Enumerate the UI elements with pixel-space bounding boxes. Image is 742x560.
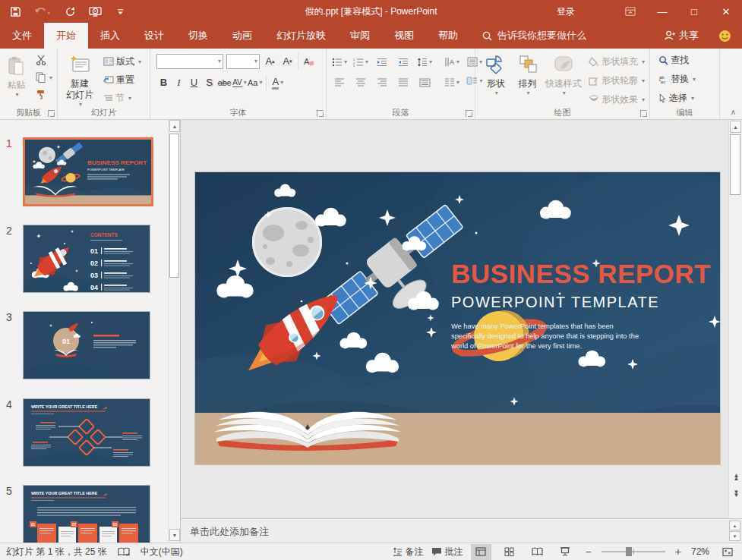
section-button[interactable]: 节 (101, 90, 144, 106)
tab-slideshow[interactable]: 幻灯片放映 (264, 23, 338, 49)
fit-slide-button[interactable] (717, 544, 737, 560)
align-right-button[interactable] (374, 74, 390, 90)
notes-placeholder[interactable]: 单击此处添加备注 (190, 525, 269, 539)
tab-review[interactable]: 审阅 (338, 23, 382, 49)
new-slide-button[interactable]: 新建 幻灯片 (60, 52, 99, 109)
tab-design[interactable]: 设计 (132, 23, 176, 49)
thumbnail-3-image[interactable]: 01 (23, 311, 150, 379)
close-button[interactable]: ✕ (710, 0, 742, 23)
find-button[interactable]: 查找 (656, 52, 691, 68)
thumbnail-1-image[interactable]: BUSINESS REPORT POWERPOINT TEMPLATE (23, 137, 153, 206)
thumbnail-slide-2[interactable]: 2 (0, 225, 169, 293)
thumbnail-slide-4[interactable]: 4 WRITE YOUR GREAT TITLE HERE (0, 398, 169, 467)
tab-transitions[interactable]: 切换 (176, 23, 220, 49)
arrange-button[interactable]: 排列 (512, 52, 544, 97)
clipboard-dialog-launcher[interactable] (48, 110, 55, 117)
change-case-button[interactable]: Aa (248, 74, 262, 90)
spell-check-icon[interactable] (118, 547, 130, 557)
zoom-out-button[interactable]: − (583, 546, 594, 558)
layout-button[interactable]: 版式 (101, 53, 144, 70)
slide-body-textbox[interactable]: We have many PowerPoint templates that h… (451, 322, 645, 352)
thumbnail-scrollbar[interactable]: ▲ ▼ (168, 120, 180, 543)
shape-effects-button[interactable]: 形状效果 (586, 91, 647, 108)
slide-subtitle-textbox[interactable]: POWERPOINT TEMPLATE (451, 294, 713, 311)
ribbon-display-options-button[interactable] (614, 0, 646, 23)
zoom-slider-thumb[interactable] (626, 547, 632, 556)
underline-button[interactable]: U (187, 74, 201, 90)
align-center-button[interactable] (352, 74, 369, 90)
font-name-combo[interactable] (156, 54, 223, 69)
shape-fill-button[interactable]: 形状填充 (586, 53, 647, 70)
text-shadow-button[interactable]: S (202, 74, 216, 90)
notes-toggle[interactable]: 备注 (393, 546, 424, 558)
language-indicator[interactable]: 中文(中国) (141, 546, 183, 558)
thumbnail-scrollbar-thumb[interactable] (169, 134, 179, 278)
shapes-button[interactable]: 形状 (480, 52, 512, 97)
paste-button[interactable]: 粘贴 (2, 53, 30, 99)
bold-button[interactable]: B (156, 74, 171, 90)
collapse-ribbon-button[interactable]: ∧ (731, 108, 736, 116)
feedback-smiley-icon[interactable] (718, 30, 731, 42)
tab-view[interactable]: 视图 (382, 23, 426, 49)
notes-pane[interactable]: 单击此处添加备注 ▲ ▼ (181, 518, 742, 543)
grow-font-button[interactable]: A▴ (263, 53, 277, 69)
previous-slide-button[interactable]: ▲▲ (730, 470, 741, 485)
undo-button[interactable] (33, 3, 52, 20)
character-spacing-button[interactable]: AV (232, 74, 247, 90)
bullets-button[interactable] (331, 54, 348, 70)
next-slide-button[interactable]: ▼▼ (730, 486, 741, 502)
comments-toggle[interactable]: 批注 (431, 546, 463, 558)
align-left-button[interactable] (331, 74, 348, 90)
slide-title-textbox[interactable]: BUSINESS REPORT (451, 260, 713, 288)
slide-sorter-view-button[interactable] (499, 544, 519, 560)
tab-home[interactable]: 开始 (44, 23, 88, 49)
slideshow-view-button[interactable] (555, 544, 576, 560)
slide-canvas[interactable]: BUSINESS REPORT POWERPOINT TEMPLATE We h… (195, 172, 720, 464)
thumbnail-scroll-up-icon[interactable]: ▲ (169, 120, 180, 132)
scroll-up-icon[interactable]: ▲ (730, 121, 741, 133)
maximize-button[interactable]: □ (678, 0, 710, 23)
format-painter-button[interactable] (33, 87, 55, 103)
quick-styles-button[interactable]: 快速样式 (543, 52, 583, 97)
font-color-button[interactable]: A (266, 74, 283, 90)
main-scrollbar-thumb[interactable] (730, 134, 740, 195)
thumbnail-scroll-down-icon[interactable]: ▼ (169, 529, 180, 541)
share-button[interactable]: 共享 (664, 29, 699, 42)
reading-view-button[interactable] (527, 544, 548, 560)
tell-me-search[interactable]: 告诉我你想要做什么 (482, 23, 586, 49)
notes-scroll-up-icon[interactable]: ▲ (729, 521, 740, 530)
line-spacing-button[interactable] (416, 54, 433, 70)
numbering-button[interactable]: 123 (352, 54, 369, 70)
main-vertical-scrollbar[interactable]: ▲ ▲▲ ▼▼ (728, 120, 742, 518)
normal-view-button[interactable] (471, 544, 491, 560)
decrease-indent-button[interactable] (374, 54, 390, 70)
paragraph-dialog-launcher[interactable] (466, 110, 472, 117)
thumbnail-slide-1[interactable]: 1 (0, 137, 169, 207)
thumbnail-4-image[interactable]: WRITE YOUR GREAT TITLE HERE (23, 398, 150, 467)
redo-button[interactable] (62, 3, 77, 20)
zoom-slider[interactable] (601, 551, 665, 552)
tab-insert[interactable]: 插入 (88, 23, 132, 49)
shrink-font-button[interactable]: A▾ (280, 53, 295, 69)
thumbnail-slide-5[interactable]: 5 WRITE YOUR GREAT TITLE HERE 01 (0, 485, 169, 543)
minimize-button[interactable]: — (646, 0, 678, 23)
strikethrough-button[interactable]: abc (217, 74, 232, 90)
notes-scroll-down-icon[interactable]: ▼ (729, 531, 740, 541)
zoom-percentage[interactable]: 72% (691, 546, 709, 557)
columns-button[interactable] (444, 74, 460, 90)
thumbnail-slide-3[interactable]: 3 01 (0, 311, 169, 379)
tab-file[interactable]: 文件 (0, 23, 44, 49)
shape-outline-button[interactable]: 形状轮廓 (586, 72, 647, 89)
justify-button[interactable] (395, 74, 412, 90)
clear-formatting-button[interactable]: A (298, 53, 314, 69)
notes-scrollbar[interactable]: ▲ ▼ (729, 521, 740, 542)
replace-button[interactable]: abac 替换 (656, 71, 698, 87)
font-size-combo[interactable] (226, 54, 260, 69)
start-slideshow-button[interactable] (87, 3, 103, 20)
drawing-dialog-launcher[interactable] (640, 110, 647, 117)
text-direction-button[interactable]: A (444, 54, 460, 70)
thumbnail-2-image[interactable]: CONTENTS 01 02 03 04 (23, 225, 150, 293)
reset-button[interactable]: 重置 (101, 71, 144, 88)
zoom-in-button[interactable]: + (673, 546, 684, 558)
customize-qat-button[interactable] (112, 3, 128, 20)
